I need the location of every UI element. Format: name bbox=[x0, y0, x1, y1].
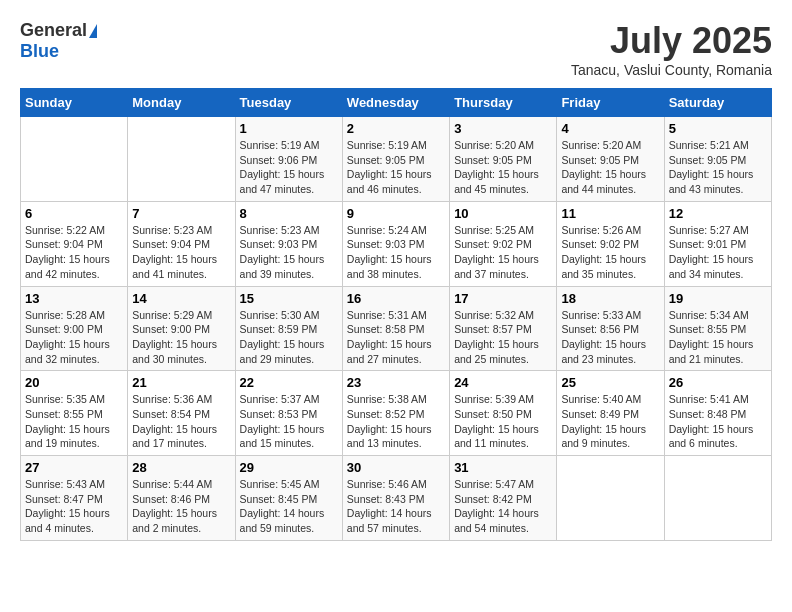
day-number: 12 bbox=[669, 206, 767, 221]
day-cell: 18Sunrise: 5:33 AMSunset: 8:56 PMDayligh… bbox=[557, 286, 664, 371]
day-number: 22 bbox=[240, 375, 338, 390]
day-number: 26 bbox=[669, 375, 767, 390]
month-title: July 2025 bbox=[571, 20, 772, 62]
day-number: 11 bbox=[561, 206, 659, 221]
header-tuesday: Tuesday bbox=[235, 89, 342, 117]
day-number: 2 bbox=[347, 121, 445, 136]
day-detail: Sunrise: 5:40 AMSunset: 8:49 PMDaylight:… bbox=[561, 392, 659, 451]
day-cell: 30Sunrise: 5:46 AMSunset: 8:43 PMDayligh… bbox=[342, 456, 449, 541]
day-number: 20 bbox=[25, 375, 123, 390]
calendar-body: 1Sunrise: 5:19 AMSunset: 9:06 PMDaylight… bbox=[21, 117, 772, 541]
day-detail: Sunrise: 5:20 AMSunset: 9:05 PMDaylight:… bbox=[454, 138, 552, 197]
day-number: 14 bbox=[132, 291, 230, 306]
day-cell: 21Sunrise: 5:36 AMSunset: 8:54 PMDayligh… bbox=[128, 371, 235, 456]
day-detail: Sunrise: 5:36 AMSunset: 8:54 PMDaylight:… bbox=[132, 392, 230, 451]
day-number: 3 bbox=[454, 121, 552, 136]
day-number: 7 bbox=[132, 206, 230, 221]
day-cell: 1Sunrise: 5:19 AMSunset: 9:06 PMDaylight… bbox=[235, 117, 342, 202]
day-number: 4 bbox=[561, 121, 659, 136]
day-cell: 8Sunrise: 5:23 AMSunset: 9:03 PMDaylight… bbox=[235, 201, 342, 286]
day-number: 17 bbox=[454, 291, 552, 306]
day-cell: 7Sunrise: 5:23 AMSunset: 9:04 PMDaylight… bbox=[128, 201, 235, 286]
day-cell bbox=[557, 456, 664, 541]
day-detail: Sunrise: 5:27 AMSunset: 9:01 PMDaylight:… bbox=[669, 223, 767, 282]
header-row: SundayMondayTuesdayWednesdayThursdayFrid… bbox=[21, 89, 772, 117]
day-cell: 31Sunrise: 5:47 AMSunset: 8:42 PMDayligh… bbox=[450, 456, 557, 541]
week-row-1: 1Sunrise: 5:19 AMSunset: 9:06 PMDaylight… bbox=[21, 117, 772, 202]
day-number: 13 bbox=[25, 291, 123, 306]
calendar-header: SundayMondayTuesdayWednesdayThursdayFrid… bbox=[21, 89, 772, 117]
day-cell: 2Sunrise: 5:19 AMSunset: 9:05 PMDaylight… bbox=[342, 117, 449, 202]
day-cell bbox=[128, 117, 235, 202]
day-detail: Sunrise: 5:23 AMSunset: 9:03 PMDaylight:… bbox=[240, 223, 338, 282]
day-number: 19 bbox=[669, 291, 767, 306]
day-cell: 23Sunrise: 5:38 AMSunset: 8:52 PMDayligh… bbox=[342, 371, 449, 456]
day-detail: Sunrise: 5:30 AMSunset: 8:59 PMDaylight:… bbox=[240, 308, 338, 367]
header-friday: Friday bbox=[557, 89, 664, 117]
day-number: 30 bbox=[347, 460, 445, 475]
day-cell bbox=[664, 456, 771, 541]
day-number: 8 bbox=[240, 206, 338, 221]
day-detail: Sunrise: 5:24 AMSunset: 9:03 PMDaylight:… bbox=[347, 223, 445, 282]
week-row-2: 6Sunrise: 5:22 AMSunset: 9:04 PMDaylight… bbox=[21, 201, 772, 286]
day-number: 23 bbox=[347, 375, 445, 390]
day-detail: Sunrise: 5:41 AMSunset: 8:48 PMDaylight:… bbox=[669, 392, 767, 451]
day-detail: Sunrise: 5:46 AMSunset: 8:43 PMDaylight:… bbox=[347, 477, 445, 536]
day-cell: 24Sunrise: 5:39 AMSunset: 8:50 PMDayligh… bbox=[450, 371, 557, 456]
day-detail: Sunrise: 5:28 AMSunset: 9:00 PMDaylight:… bbox=[25, 308, 123, 367]
day-number: 1 bbox=[240, 121, 338, 136]
day-detail: Sunrise: 5:45 AMSunset: 8:45 PMDaylight:… bbox=[240, 477, 338, 536]
day-number: 24 bbox=[454, 375, 552, 390]
header-saturday: Saturday bbox=[664, 89, 771, 117]
location: Tanacu, Vaslui County, Romania bbox=[571, 62, 772, 78]
day-cell: 22Sunrise: 5:37 AMSunset: 8:53 PMDayligh… bbox=[235, 371, 342, 456]
day-detail: Sunrise: 5:21 AMSunset: 9:05 PMDaylight:… bbox=[669, 138, 767, 197]
logo: General Blue bbox=[20, 20, 97, 62]
day-number: 9 bbox=[347, 206, 445, 221]
day-number: 6 bbox=[25, 206, 123, 221]
header-wednesday: Wednesday bbox=[342, 89, 449, 117]
calendar-table: SundayMondayTuesdayWednesdayThursdayFrid… bbox=[20, 88, 772, 541]
day-detail: Sunrise: 5:26 AMSunset: 9:02 PMDaylight:… bbox=[561, 223, 659, 282]
logo-triangle-icon bbox=[89, 24, 97, 38]
header-thursday: Thursday bbox=[450, 89, 557, 117]
day-number: 16 bbox=[347, 291, 445, 306]
day-number: 28 bbox=[132, 460, 230, 475]
day-detail: Sunrise: 5:31 AMSunset: 8:58 PMDaylight:… bbox=[347, 308, 445, 367]
day-cell: 11Sunrise: 5:26 AMSunset: 9:02 PMDayligh… bbox=[557, 201, 664, 286]
day-cell: 27Sunrise: 5:43 AMSunset: 8:47 PMDayligh… bbox=[21, 456, 128, 541]
day-cell: 16Sunrise: 5:31 AMSunset: 8:58 PMDayligh… bbox=[342, 286, 449, 371]
day-detail: Sunrise: 5:19 AMSunset: 9:05 PMDaylight:… bbox=[347, 138, 445, 197]
day-cell: 14Sunrise: 5:29 AMSunset: 9:00 PMDayligh… bbox=[128, 286, 235, 371]
day-number: 27 bbox=[25, 460, 123, 475]
page-header: General Blue July 2025 Tanacu, Vaslui Co… bbox=[20, 20, 772, 78]
day-detail: Sunrise: 5:35 AMSunset: 8:55 PMDaylight:… bbox=[25, 392, 123, 451]
day-cell bbox=[21, 117, 128, 202]
day-cell: 15Sunrise: 5:30 AMSunset: 8:59 PMDayligh… bbox=[235, 286, 342, 371]
day-cell: 4Sunrise: 5:20 AMSunset: 9:05 PMDaylight… bbox=[557, 117, 664, 202]
day-number: 31 bbox=[454, 460, 552, 475]
day-cell: 3Sunrise: 5:20 AMSunset: 9:05 PMDaylight… bbox=[450, 117, 557, 202]
day-detail: Sunrise: 5:29 AMSunset: 9:00 PMDaylight:… bbox=[132, 308, 230, 367]
day-cell: 25Sunrise: 5:40 AMSunset: 8:49 PMDayligh… bbox=[557, 371, 664, 456]
day-detail: Sunrise: 5:38 AMSunset: 8:52 PMDaylight:… bbox=[347, 392, 445, 451]
day-cell: 28Sunrise: 5:44 AMSunset: 8:46 PMDayligh… bbox=[128, 456, 235, 541]
header-monday: Monday bbox=[128, 89, 235, 117]
day-detail: Sunrise: 5:44 AMSunset: 8:46 PMDaylight:… bbox=[132, 477, 230, 536]
day-cell: 10Sunrise: 5:25 AMSunset: 9:02 PMDayligh… bbox=[450, 201, 557, 286]
day-detail: Sunrise: 5:39 AMSunset: 8:50 PMDaylight:… bbox=[454, 392, 552, 451]
day-number: 5 bbox=[669, 121, 767, 136]
day-cell: 20Sunrise: 5:35 AMSunset: 8:55 PMDayligh… bbox=[21, 371, 128, 456]
header-sunday: Sunday bbox=[21, 89, 128, 117]
day-detail: Sunrise: 5:19 AMSunset: 9:06 PMDaylight:… bbox=[240, 138, 338, 197]
day-detail: Sunrise: 5:25 AMSunset: 9:02 PMDaylight:… bbox=[454, 223, 552, 282]
day-number: 15 bbox=[240, 291, 338, 306]
day-detail: Sunrise: 5:33 AMSunset: 8:56 PMDaylight:… bbox=[561, 308, 659, 367]
day-cell: 17Sunrise: 5:32 AMSunset: 8:57 PMDayligh… bbox=[450, 286, 557, 371]
day-detail: Sunrise: 5:34 AMSunset: 8:55 PMDaylight:… bbox=[669, 308, 767, 367]
day-cell: 26Sunrise: 5:41 AMSunset: 8:48 PMDayligh… bbox=[664, 371, 771, 456]
day-detail: Sunrise: 5:23 AMSunset: 9:04 PMDaylight:… bbox=[132, 223, 230, 282]
day-number: 29 bbox=[240, 460, 338, 475]
day-detail: Sunrise: 5:20 AMSunset: 9:05 PMDaylight:… bbox=[561, 138, 659, 197]
week-row-3: 13Sunrise: 5:28 AMSunset: 9:00 PMDayligh… bbox=[21, 286, 772, 371]
